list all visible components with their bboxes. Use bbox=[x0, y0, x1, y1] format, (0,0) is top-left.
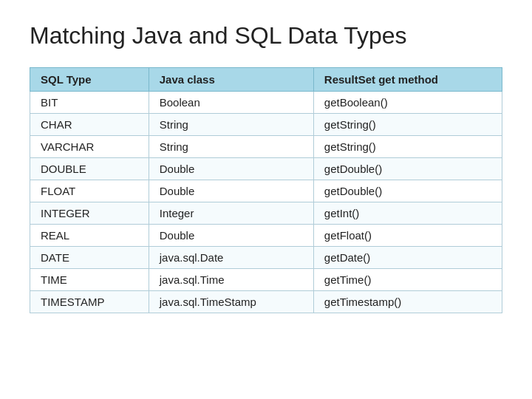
cell-r1-c0: CHAR bbox=[30, 114, 149, 136]
cell-r7-c0: DATE bbox=[30, 247, 149, 269]
data-types-table: SQL Type Java class ResultSet get method… bbox=[30, 67, 502, 313]
cell-r9-c1: java.sql.TimeStamp bbox=[149, 291, 313, 313]
cell-r2-c0: VARCHAR bbox=[30, 136, 149, 158]
table-row: VARCHARStringgetString() bbox=[30, 136, 502, 158]
col-header-resultset-method: ResultSet get method bbox=[313, 68, 502, 92]
table-row: TIMESTAMPjava.sql.TimeStampgetTimestamp(… bbox=[30, 291, 502, 313]
col-header-java-class: Java class bbox=[149, 68, 313, 92]
cell-r6-c1: Double bbox=[149, 225, 313, 247]
table-row: DATEjava.sql.DategetDate() bbox=[30, 247, 502, 269]
cell-r5-c1: Integer bbox=[149, 202, 313, 225]
cell-r8-c2: getTime() bbox=[313, 269, 502, 291]
cell-r5-c0: INTEGER bbox=[30, 202, 149, 225]
cell-r8-c1: java.sql.Time bbox=[149, 269, 313, 291]
cell-r4-c2: getDouble() bbox=[313, 180, 502, 202]
table-row: INTEGERIntegergetInt() bbox=[30, 202, 502, 225]
cell-r1-c1: String bbox=[149, 114, 313, 136]
cell-r6-c2: getFloat() bbox=[313, 225, 502, 247]
cell-r4-c1: Double bbox=[149, 180, 313, 202]
table-row: FLOATDoublegetDouble() bbox=[30, 180, 502, 202]
cell-r9-c2: getTimestamp() bbox=[313, 291, 502, 313]
cell-r3-c2: getDouble() bbox=[313, 158, 502, 180]
col-header-sql-type: SQL Type bbox=[30, 68, 149, 92]
cell-r6-c0: REAL bbox=[30, 225, 149, 247]
cell-r8-c0: TIME bbox=[30, 269, 149, 291]
page-title: Matching Java and SQL Data Types bbox=[30, 22, 407, 50]
cell-r7-c2: getDate() bbox=[313, 247, 502, 269]
table-row: REALDoublegetFloat() bbox=[30, 225, 502, 247]
cell-r3-c0: DOUBLE bbox=[30, 158, 149, 180]
table-row: CHARStringgetString() bbox=[30, 114, 502, 136]
table-row: DOUBLEDoublegetDouble() bbox=[30, 158, 502, 180]
table-row: BITBooleangetBoolean() bbox=[30, 92, 502, 114]
cell-r1-c2: getString() bbox=[313, 114, 502, 136]
table-header: SQL Type Java class ResultSet get method bbox=[30, 68, 502, 92]
cell-r5-c2: getInt() bbox=[313, 202, 502, 225]
cell-r2-c1: String bbox=[149, 136, 313, 158]
cell-r0-c1: Boolean bbox=[149, 92, 313, 114]
cell-r0-c0: BIT bbox=[30, 92, 149, 114]
cell-r3-c1: Double bbox=[149, 158, 313, 180]
cell-r0-c2: getBoolean() bbox=[313, 92, 502, 114]
cell-r7-c1: java.sql.Date bbox=[149, 247, 313, 269]
cell-r4-c0: FLOAT bbox=[30, 180, 149, 202]
cell-r9-c0: TIMESTAMP bbox=[30, 291, 149, 313]
table-body: BITBooleangetBoolean()CHARStringgetStrin… bbox=[30, 92, 502, 313]
table-row: TIMEjava.sql.TimegetTime() bbox=[30, 269, 502, 291]
cell-r2-c2: getString() bbox=[313, 136, 502, 158]
